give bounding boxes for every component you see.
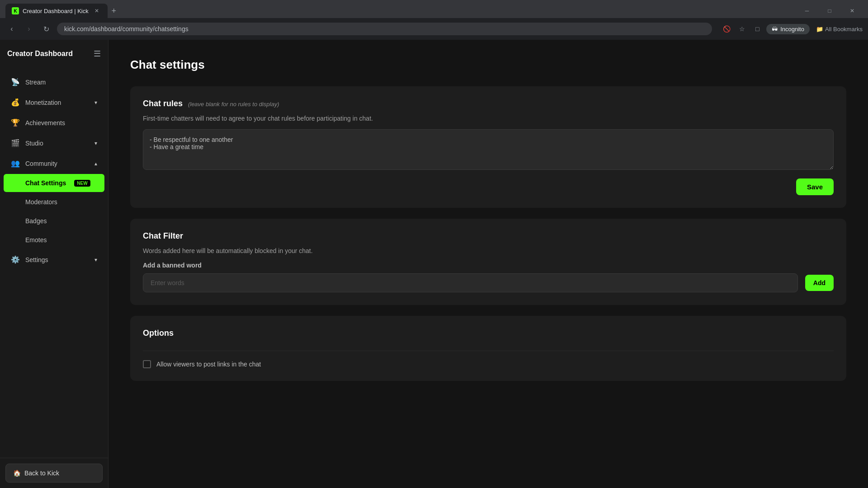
url-bar[interactable]: kick.com/dashboard/community/chatsetting…	[57, 23, 712, 35]
all-bookmarks-label: All Bookmarks	[825, 26, 863, 33]
sidebar-item-badges[interactable]: Badges	[4, 212, 104, 230]
back-to-kick-button[interactable]: 🏠 Back to Kick	[5, 464, 103, 483]
app-layout: Creator Dashboard ☰ 📡 Stream 💰 Monetizat…	[0, 40, 868, 488]
options-card: Options Allow viewers to post links in t…	[130, 316, 846, 381]
community-submenu: Chat Settings NEW Moderators Badges Emot…	[0, 174, 108, 249]
tab-favicon: K	[12, 7, 19, 14]
chat-filter-description: Words added here will be automatically b…	[143, 247, 834, 254]
sidebar-header: Creator Dashboard ☰	[0, 40, 108, 68]
sidebar-footer: 🏠 Back to Kick	[0, 458, 108, 488]
community-chevron-icon: ▴	[94, 160, 97, 167]
incognito-label: Incognito	[780, 26, 804, 33]
add-banned-word-button[interactable]: Add	[805, 275, 834, 291]
studio-icon: 🎬	[11, 139, 20, 147]
settings-icon: ⚙️	[11, 255, 20, 264]
options-title: Options	[143, 328, 174, 338]
sidebar-item-monetization-label: Monetization	[25, 99, 61, 106]
tab-title: Creator Dashboard | Kick	[23, 8, 89, 14]
chat-rules-title: Chat rules	[143, 99, 183, 108]
tab-close-button[interactable]: ✕	[92, 6, 101, 15]
back-to-kick-label: Back to Kick	[24, 469, 59, 477]
sidebar-item-stream-label: Stream	[25, 79, 46, 86]
allow-links-checkbox[interactable]	[143, 360, 151, 368]
address-bar: ‹ › ↻ kick.com/dashboard/community/chats…	[0, 18, 868, 40]
sidebar-item-moderators[interactable]: Moderators	[4, 193, 104, 211]
minimize-button[interactable]: ─	[797, 4, 817, 18]
monetization-icon: 💰	[11, 98, 20, 107]
close-button[interactable]: ✕	[842, 4, 863, 18]
sidebar-item-stream[interactable]: 📡 Stream	[4, 72, 104, 92]
chat-rules-subtitle: (leave blank for no rules to display)	[188, 101, 279, 108]
sidebar: Creator Dashboard ☰ 📡 Stream 💰 Monetizat…	[0, 40, 108, 488]
sidebar-item-settings[interactable]: ⚙️ Settings ▾	[4, 250, 104, 269]
chat-rules-header: Chat rules (leave blank for no rules to …	[143, 99, 834, 108]
camera-off-icon[interactable]: 🚫	[720, 23, 733, 35]
back-icon: 🏠	[13, 469, 21, 477]
chat-settings-badge: NEW	[74, 180, 90, 187]
chat-filter-card: Chat Filter Words added here will be aut…	[130, 219, 846, 305]
sidebar-item-monetization[interactable]: 💰 Monetization ▾	[4, 93, 104, 112]
monetization-chevron-icon: ▾	[94, 99, 97, 106]
sidebar-item-moderators-label: Moderators	[25, 198, 57, 206]
sidebar-item-emotes[interactable]: Emotes	[4, 231, 104, 249]
sidebar-item-studio-label: Studio	[25, 140, 43, 147]
incognito-icon: 🕶	[772, 26, 778, 33]
chat-rules-textarea[interactable]: - Be respectful to one another - Have a …	[143, 129, 834, 170]
banned-word-row: Add	[143, 273, 834, 292]
window-controls: ─ □ ✕	[797, 4, 863, 18]
sidebar-item-chat-settings[interactable]: Chat Settings NEW	[4, 174, 104, 192]
sidebar-item-achievements[interactable]: 🏆 Achievements	[4, 113, 104, 132]
bookmark-icon[interactable]: ☆	[736, 23, 748, 35]
bookmarks-folder-icon: 📁	[816, 26, 823, 33]
allow-links-row: Allow viewers to post links in the chat	[143, 360, 834, 368]
sidebar-item-badges-label: Badges	[25, 217, 47, 225]
url-text: kick.com/dashboard/community/chatsetting…	[64, 25, 189, 33]
sidebar-item-studio[interactable]: 🎬 Studio ▾	[4, 133, 104, 153]
tab-bar: K Creator Dashboard | Kick ✕ + ─ □ ✕	[0, 0, 868, 18]
sidebar-nav: 📡 Stream 💰 Monetization ▾ 🏆 Achievements…	[0, 68, 108, 458]
sidebar-item-community-label: Community	[25, 160, 57, 167]
chat-rules-description: First-time chatters will need to agree t…	[143, 115, 834, 122]
sidebar-item-settings-label: Settings	[25, 256, 48, 263]
community-icon: 👥	[11, 159, 20, 168]
new-tab-button[interactable]: +	[108, 5, 120, 17]
back-button[interactable]: ‹	[5, 23, 18, 35]
maximize-button[interactable]: □	[819, 4, 840, 18]
sidebar-item-chat-settings-label: Chat Settings	[25, 179, 66, 187]
sidebar-toggle-button[interactable]: ☰	[94, 49, 101, 59]
chat-rules-card: Chat rules (leave blank for no rules to …	[130, 86, 846, 208]
profile-icon[interactable]: □	[751, 23, 764, 35]
settings-chevron-icon: ▾	[94, 257, 97, 263]
active-tab[interactable]: K Creator Dashboard | Kick ✕	[5, 4, 108, 18]
main-content: Chat settings Chat rules (leave blank fo…	[108, 40, 868, 488]
save-rules-button[interactable]: Save	[796, 178, 834, 195]
sidebar-item-community[interactable]: 👥 Community ▴	[4, 154, 104, 173]
allow-links-label: Allow viewers to post links in the chat	[156, 361, 261, 368]
browser-chrome: K Creator Dashboard | Kick ✕ + ─ □ ✕ ‹ ›…	[0, 0, 868, 40]
sidebar-title: Creator Dashboard	[7, 50, 73, 58]
incognito-button[interactable]: 🕶 Incognito	[766, 24, 810, 34]
all-bookmarks-link[interactable]: 📁 All Bookmarks	[816, 26, 863, 33]
banned-word-label: Add a banned word	[143, 262, 834, 269]
studio-chevron-icon: ▾	[94, 140, 97, 146]
stream-icon: 📡	[11, 78, 20, 86]
sidebar-item-emotes-label: Emotes	[25, 236, 47, 244]
chat-filter-title: Chat Filter	[143, 231, 183, 240]
reload-button[interactable]: ↻	[40, 23, 52, 35]
forward-button[interactable]: ›	[23, 23, 35, 35]
achievements-icon: 🏆	[11, 118, 20, 127]
sidebar-item-achievements-label: Achievements	[25, 119, 65, 127]
chat-rules-footer: Save	[143, 178, 834, 195]
banned-word-input[interactable]	[143, 273, 798, 292]
page-title: Chat settings	[130, 58, 846, 72]
browser-actions: 🚫 ☆ □ 🕶 Incognito 📁 All Bookmarks	[720, 23, 863, 35]
options-divider	[143, 351, 834, 351]
